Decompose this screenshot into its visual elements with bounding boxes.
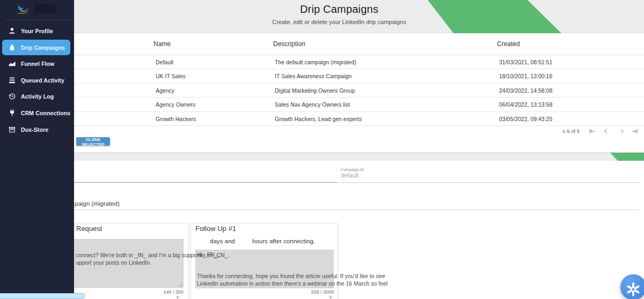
cell-name: Default	[156, 55, 173, 69]
sidebar-item-queued-activity[interactable]: Queued Activity	[2, 72, 70, 88]
card-title: Request	[76, 225, 102, 233]
cell-created: 06/04/2022, 13:13:58	[499, 98, 552, 111]
card-title: Follow Up #1	[195, 225, 236, 233]
campaign-id-label: Campaign ID	[341, 167, 364, 172]
cell-description: Growth Hackers, Lead gen experts	[275, 112, 362, 126]
cell-name: Agency Owners	[156, 98, 195, 111]
add-step-button[interactable]: +	[326, 293, 335, 299]
dux-soup-duck-logo	[14, 3, 32, 17]
previous-page-icon[interactable]	[601, 126, 611, 136]
char-counter: 209 / 3000	[195, 289, 334, 295]
page-subtitle: Create, edit or delete your LinkedIn dri…	[34, 19, 644, 25]
table-row[interactable]: Default The default campaign (migrated) …	[74, 55, 644, 69]
cell-name: Agency	[156, 84, 174, 98]
cell-created: 24/03/2022, 14:58:08	[499, 84, 552, 98]
cell-name: UK IT Sales	[156, 69, 186, 83]
pagination-range-label: 1-5 of 5	[562, 128, 580, 134]
message-text-line: Thanks for connecting, hope you found th…	[197, 273, 385, 279]
page-header: Drip Campaigns Create, edit or delete yo…	[34, 3, 644, 25]
detail-header-band	[0, 153, 644, 161]
sidebar: Your Profile Drip Campaigns Funnel Flow	[0, 0, 74, 299]
cell-created: 31/03/2021, 08:51:51	[499, 55, 552, 69]
sidebar-item-crm-connections[interactable]: CRM Connections	[2, 105, 70, 121]
table-header-row: Name Description Created	[74, 33, 644, 55]
campaigns-table: Name Description Created Default The def…	[74, 33, 644, 126]
status-tooltip	[0, 293, 85, 299]
plug-icon	[8, 109, 16, 117]
add-step-button[interactable]: +	[173, 293, 182, 299]
table-row[interactable]: Agency Digital Marketing Owners Group 24…	[74, 84, 644, 98]
sidebar-divider	[4, 20, 70, 20]
app-window: Drip Campaigns Create, edit or delete yo…	[0, 0, 644, 299]
table-row[interactable]: Agency Owners Sales Nav Agency Owners li…	[74, 98, 644, 111]
page-title: Drip Campaigns	[34, 3, 644, 16]
campaign-id-field-underline	[341, 182, 639, 183]
drop-icon	[8, 43, 16, 51]
sidebar-item-drip-campaigns[interactable]: Drip Campaigns	[2, 40, 70, 55]
cell-description: IT Sales Awareness Campaign	[275, 69, 352, 83]
column-header-name[interactable]: Name	[153, 33, 171, 55]
clone-selected-button[interactable]: CLONE SELECTED	[76, 137, 110, 146]
column-header-description[interactable]: Description	[273, 33, 305, 55]
sidebar-item-funnel-flow[interactable]: Funnel Flow	[2, 56, 70, 71]
brand-name-box	[34, 4, 56, 13]
campaign-description-field[interactable]	[5, 210, 639, 210]
sidebar-item-label: Activity Log	[21, 93, 54, 100]
sidebar-item-label: Funnel Flow	[21, 61, 54, 67]
table-row[interactable]: UK IT Sales IT Sales Awareness Campaign …	[74, 69, 644, 83]
cell-description: Sales Nav Agency Owners list	[275, 98, 350, 111]
first-page-icon[interactable]	[587, 126, 597, 136]
cell-name: Growth Hackers	[156, 112, 196, 126]
resize-grip-icon[interactable]	[178, 282, 183, 288]
queue-icon	[8, 76, 16, 84]
cell-created: 18/10/2021, 13:00:16	[499, 69, 552, 83]
sidebar-item-label: CRM Connections	[21, 110, 70, 116]
campaign-description-value: paign (migrated)	[75, 200, 120, 207]
sidebar-item-dux-store[interactable]: Dux-Store	[2, 122, 70, 137]
sidebar-item-label: Queued Activity	[21, 77, 64, 84]
cell-description: Digital Marketing Owners Group	[275, 84, 355, 98]
person-icon	[8, 27, 16, 35]
resize-grip-icon[interactable]	[328, 282, 333, 288]
sidebar-item-label: Drip Campaigns	[21, 44, 65, 51]
funnel-chart-icon	[8, 59, 16, 68]
sidebar-item-label: Dux-Store	[21, 126, 48, 133]
message-text-line: upport your posts on LinkedIn.	[76, 259, 151, 266]
message-text-line: LinkedIn automation in action then there…	[197, 280, 387, 287]
campaign-id-value: default	[341, 172, 358, 178]
chat-widget-button[interactable]	[620, 274, 644, 299]
cell-description: The default campaign (migrated)	[275, 55, 356, 69]
delay-text: days and	[210, 238, 235, 244]
message-text-line: Hi _FN_,	[197, 251, 219, 258]
pagination: 1-5 of 5	[74, 126, 644, 136]
next-page-icon[interactable]	[617, 126, 627, 136]
sidebar-item-activity-log[interactable]: Activity Log	[2, 88, 70, 104]
sidebar-item-label: Your Profile	[21, 28, 53, 34]
table-row[interactable]: Growth Hackers Growth Hackers, Lead gen …	[74, 112, 644, 126]
cell-created: 03/05/2022, 09:43:25	[499, 112, 552, 126]
history-clock-icon	[8, 92, 16, 100]
flower-icon	[624, 280, 642, 298]
delay-text: hours after connecting.	[252, 238, 315, 244]
storefront-icon	[8, 125, 16, 133]
last-page-icon[interactable]	[630, 126, 640, 136]
sidebar-item-your-profile[interactable]: Your Profile	[2, 23, 70, 39]
column-header-created[interactable]: Created	[497, 33, 520, 55]
